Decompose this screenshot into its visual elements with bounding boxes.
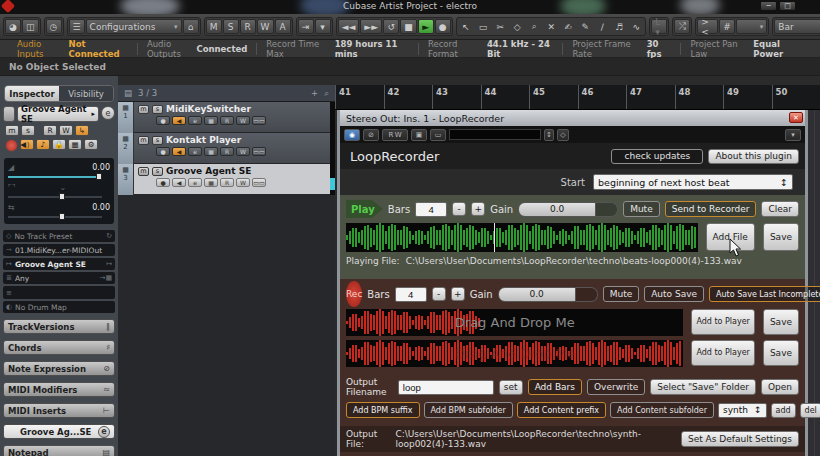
write-automation-button[interactable]: W bbox=[236, 178, 250, 187]
add-content-prefix-toggle[interactable]: Add Content prefix bbox=[517, 402, 606, 418]
status-frame-rate[interactable]: Project Frame Rate 30 fps bbox=[563, 43, 681, 55]
monitor-button[interactable]: ◀ bbox=[172, 178, 186, 187]
output-routing-slot[interactable]: ↦ Groove Agent SE ↦ bbox=[3, 258, 115, 270]
global-mute-button[interactable]: M bbox=[206, 19, 222, 34]
edit-instrument-button[interactable]: e bbox=[98, 426, 110, 438]
panel-chords[interactable]: Chords ♯ bbox=[3, 340, 115, 355]
global-write-button[interactable]: W bbox=[257, 19, 274, 34]
track-mute-button[interactable]: m bbox=[138, 167, 149, 176]
del-content-button[interactable]: del bbox=[800, 403, 820, 418]
send-to-recorder-button[interactable]: Send to Recorder bbox=[665, 201, 757, 217]
preset-stepper-icon[interactable]: ↕ bbox=[544, 129, 554, 141]
grid-type-dropdown[interactable]: Bar ▾ bbox=[774, 19, 820, 34]
lane-display-icon[interactable]: ▭▭ bbox=[252, 178, 266, 187]
track-list-menu-icon[interactable]: ▤ bbox=[124, 88, 132, 98]
track-solo-button[interactable]: s bbox=[152, 105, 163, 114]
record-enable-button[interactable]: ● bbox=[156, 178, 170, 187]
check-updates-button[interactable]: check updates bbox=[611, 149, 703, 164]
set-filename-button[interactable]: set bbox=[499, 380, 523, 395]
plugin-power-icon[interactable]: ◉ bbox=[344, 129, 360, 141]
setup-window-layout-icon[interactable]: ◫ bbox=[22, 19, 39, 34]
read-automation-button[interactable]: R bbox=[220, 116, 234, 125]
panel-instrument[interactable]: Groove Ag...SE e bbox=[3, 424, 115, 439]
snap-type-dropdown[interactable]: ▾ bbox=[736, 19, 767, 34]
player-bars-input[interactable] bbox=[415, 202, 447, 217]
autoscroll-icon[interactable]: ⇥ bbox=[298, 19, 314, 34]
about-plugin-button[interactable]: About this plugin bbox=[708, 149, 799, 164]
auto-save-last-button[interactable]: Auto Save Last Incomplete Loop bbox=[709, 286, 820, 302]
set-as-default-button[interactable]: Set As Default Settings bbox=[681, 431, 799, 447]
status-audio-inputs[interactable]: Audio Inputs Not Connected bbox=[8, 43, 138, 55]
preset-manager-icon[interactable]: ◇ bbox=[557, 129, 569, 141]
global-read-button[interactable]: R bbox=[240, 19, 256, 34]
gear-icon[interactable]: ⚙ bbox=[84, 139, 98, 150]
status-record-time[interactable]: Record Time Max 189 hours 11 mins bbox=[257, 43, 419, 55]
select-tool-icon[interactable]: ↖ bbox=[458, 19, 474, 34]
write-automation-button[interactable]: W bbox=[236, 147, 250, 156]
auto-save-button[interactable]: Auto Save bbox=[644, 286, 704, 302]
track-solo-button[interactable]: s bbox=[152, 167, 163, 176]
bank-selector-slot[interactable]: ≡ bbox=[3, 286, 115, 299]
crossfade-icon[interactable]: ⤮ bbox=[674, 19, 690, 34]
glue-tool-icon[interactable]: ◇ bbox=[509, 19, 525, 34]
status-pan-law[interactable]: Project Pan Law Equal Power bbox=[681, 43, 812, 55]
erase-tool-icon[interactable]: ✕ bbox=[543, 19, 559, 34]
read-automation-button[interactable]: R bbox=[220, 147, 234, 156]
history-icon[interactable]: ◷ bbox=[46, 19, 62, 34]
mute-tool-icon[interactable]: ✍ bbox=[560, 19, 576, 34]
add-to-player-button-2[interactable]: Add to Player bbox=[691, 340, 755, 366]
minimize-button[interactable]: ─ bbox=[760, 1, 777, 11]
plugin-picture-icon[interactable]: ▭ bbox=[430, 129, 446, 141]
auto-fades-icon[interactable]: ↳ bbox=[75, 125, 89, 136]
instrument-selector[interactable]: Groove Agent SE ▸ bbox=[17, 106, 99, 122]
write-automation-button[interactable]: W bbox=[236, 116, 250, 125]
autoscroll-options-icon[interactable]: ▾ bbox=[315, 19, 331, 34]
add-bars-toggle[interactable]: Add Bars bbox=[528, 379, 582, 395]
read-automation-button[interactable]: R bbox=[220, 178, 234, 187]
edit-channel-button[interactable]: e bbox=[188, 178, 202, 187]
add-content-button[interactable]: add bbox=[771, 403, 796, 418]
recorder-bars-input[interactable] bbox=[395, 287, 427, 302]
close-icon[interactable]: ✕ bbox=[789, 112, 803, 123]
go-to-previous-marker-button[interactable]: ◄◄ bbox=[338, 19, 360, 34]
maximize-button[interactable]: □ bbox=[779, 1, 796, 11]
record-button[interactable]: ● bbox=[435, 19, 451, 34]
recorder-rec-button[interactable]: Rec bbox=[346, 281, 362, 307]
monitor-button[interactable]: ◀ bbox=[172, 116, 186, 125]
input-routing-slot[interactable]: ⇾ 01.MidiKey...er-MIDIOut bbox=[3, 244, 115, 256]
select-save-folder-button[interactable]: Select "Save" Folder bbox=[650, 379, 756, 395]
player-waveform[interactable] bbox=[346, 223, 698, 252]
draw-tool-icon[interactable]: ✎ bbox=[577, 19, 593, 34]
drum-map-slot[interactable]: ◐ No Drum Map bbox=[3, 301, 115, 313]
instrument-icon[interactable]: ▦ bbox=[204, 147, 218, 156]
instrument-icon[interactable]: ▦ bbox=[204, 178, 218, 187]
edit-instrument-button[interactable]: e bbox=[101, 106, 115, 120]
player-bars-plus-button[interactable]: + bbox=[471, 202, 485, 216]
monitor-button[interactable]: ◀） bbox=[20, 139, 34, 150]
recorder-save-button-1[interactable]: Save bbox=[763, 309, 799, 335]
plugin-bypass-icon[interactable]: ⊘ bbox=[363, 129, 379, 141]
lane-display-icon[interactable]: ▦ bbox=[68, 139, 82, 150]
recorder-bars-minus-button[interactable]: - bbox=[432, 287, 446, 301]
open-folder-button[interactable]: Open bbox=[761, 379, 799, 395]
global-automation-button[interactable]: A bbox=[275, 19, 291, 34]
panel-midi-modifiers[interactable]: MIDI Modifiers ≈ bbox=[3, 382, 115, 397]
status-audio-outputs[interactable]: Audio Outputs Connected bbox=[138, 43, 257, 55]
read-automation-button[interactable]: R bbox=[43, 125, 57, 136]
add-bpm-suffix-toggle[interactable]: Add BPM suffix bbox=[346, 402, 420, 418]
panel-note-expression[interactable]: Note Expression ⊘ bbox=[3, 361, 115, 376]
write-automation-button[interactable]: W bbox=[59, 125, 73, 136]
stop-button[interactable]: ■ bbox=[400, 19, 417, 34]
line-tool-icon[interactable]: ∕ bbox=[594, 19, 610, 34]
delay-slider[interactable] bbox=[8, 213, 110, 221]
global-solo-button[interactable]: S bbox=[223, 19, 239, 34]
track-solo-button[interactable]: s bbox=[21, 125, 35, 136]
player-gain-slider[interactable]: 0.0 bbox=[518, 202, 618, 217]
add-track-button[interactable]: + bbox=[311, 88, 318, 98]
volume-slider[interactable] bbox=[8, 173, 110, 181]
audition-tool-icon[interactable]: ♬ bbox=[611, 19, 627, 34]
configurations-menu-icon[interactable]: ☰ bbox=[69, 19, 85, 34]
record-enable-button[interactable]: ● bbox=[156, 116, 170, 125]
midi-channel-slot[interactable]: ≣ Any →▦ bbox=[3, 272, 115, 284]
lane-display-icon[interactable]: ▭▭ bbox=[252, 116, 266, 125]
